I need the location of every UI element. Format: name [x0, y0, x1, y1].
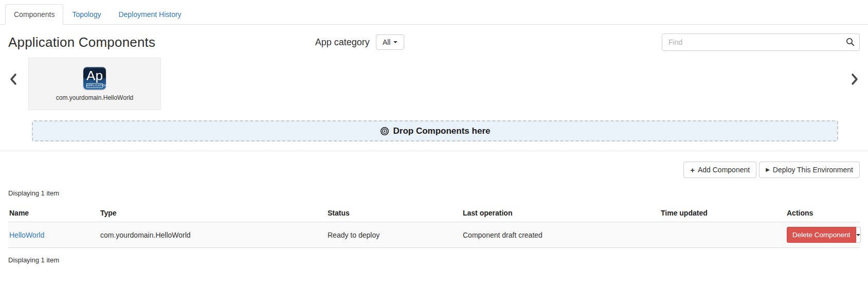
deploy-environment-button[interactable]: ▶ Deploy This Environment [759, 162, 860, 178]
delete-component-dropdown-toggle[interactable] [856, 227, 861, 243]
tab-bar: Components Topology Deployment History [0, 4, 868, 25]
add-component-button[interactable]: + Add Component [683, 162, 756, 178]
deploy-environment-label: Deploy This Environment [773, 166, 853, 174]
cell-time-updated [660, 222, 786, 248]
section-divider [0, 151, 868, 151]
find-group [662, 33, 860, 51]
components-carousel: Ap APPLICATION com.yourdomain.HelloWorld [0, 57, 868, 110]
application-icon: Ap APPLICATION [83, 67, 106, 90]
components-table-section: Displaying 1 item Name Type Status Last … [0, 189, 868, 264]
search-icon[interactable] [846, 38, 855, 46]
caret-down-icon [856, 234, 860, 236]
column-header-type: Type [99, 204, 327, 222]
find-input[interactable] [662, 33, 860, 51]
page-header: Application Components App category All [0, 32, 868, 52]
drop-zone-label: Drop Components here [393, 126, 491, 136]
application-icon-banner: APPLICATION [86, 83, 103, 88]
column-header-time-updated: Time updated [660, 204, 786, 222]
app-category-group: App category All [315, 34, 405, 50]
caret-down-icon [393, 41, 397, 43]
page-title: Application Components [8, 34, 155, 50]
target-icon [380, 127, 389, 136]
chevron-left-icon[interactable] [7, 71, 20, 89]
app-category-label: App category [315, 37, 370, 48]
drop-components-zone[interactable]: Drop Components here [32, 120, 838, 141]
displaying-count-top: Displaying 1 item [8, 189, 860, 197]
cell-type: com.yourdomain.HelloWorld [99, 222, 327, 248]
components-table: Name Type Status Last operation Time upd… [8, 204, 860, 248]
column-header-name: Name [8, 204, 99, 222]
component-card[interactable]: Ap APPLICATION com.yourdomain.HelloWorld [28, 58, 161, 110]
tab-deployment-history[interactable]: Deployment History [110, 4, 190, 25]
actions-button-group: Delete Component [787, 227, 856, 243]
column-header-last-operation: Last operation [462, 204, 660, 222]
cell-last-operation: Component draft created [462, 222, 660, 248]
toolbar: + Add Component ▶ Deploy This Environmen… [0, 162, 868, 178]
column-header-actions: Actions [786, 204, 860, 222]
component-name-link[interactable]: HelloWorld [9, 231, 44, 239]
play-icon: ▶ [766, 167, 770, 172]
tab-topology[interactable]: Topology [63, 4, 110, 25]
app-category-value: All [383, 38, 391, 46]
table-header-row: Name Type Status Last operation Time upd… [8, 204, 860, 222]
component-card-label: com.yourdomain.HelloWorld [56, 94, 134, 101]
delete-component-button[interactable]: Delete Component [787, 227, 856, 243]
application-icon-text: Ap [86, 69, 103, 82]
column-header-status: Status [327, 204, 462, 222]
app-category-dropdown[interactable]: All [376, 34, 405, 50]
displaying-count-bottom: Displaying 1 item [8, 256, 860, 264]
tab-components[interactable]: Components [5, 4, 63, 25]
cell-status: Ready to deploy [327, 222, 462, 248]
table-row: HelloWorld com.yourdomain.HelloWorld Rea… [8, 222, 860, 248]
plus-icon: + [690, 166, 695, 174]
chevron-right-icon[interactable] [848, 71, 861, 89]
add-component-label: Add Component [698, 166, 750, 174]
